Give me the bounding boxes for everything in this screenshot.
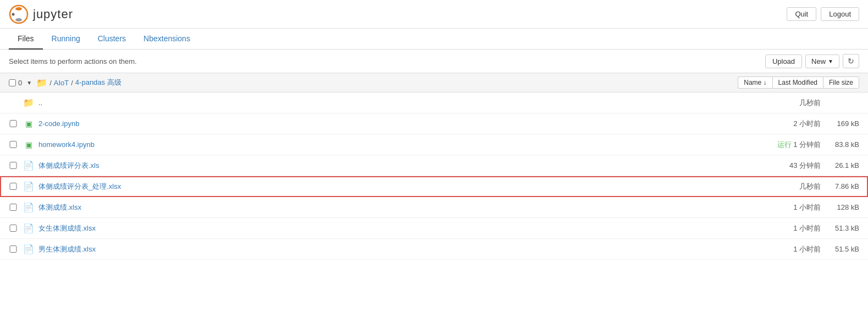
- row-checkbox[interactable]: [9, 245, 18, 253]
- new-button-label: New: [811, 57, 826, 66]
- toolbar-right: Upload New ▼ ↻: [765, 54, 859, 68]
- header-buttons: Quit Logout: [787, 7, 859, 21]
- file-size: 51.3 kB: [821, 224, 859, 232]
- toolbar: Select items to perform actions on them.…: [0, 50, 868, 73]
- breadcrumb-sep-1: /: [49, 79, 52, 87]
- file-icon: 📄: [23, 181, 34, 192]
- jupyter-logo-icon: [9, 4, 29, 24]
- file-meta: 1 小时前 128 kB: [749, 203, 859, 212]
- header-check-area: 0 ▼: [9, 79, 32, 87]
- file-size: 83.8 kB: [821, 140, 859, 149]
- file-icon: 📄: [23, 202, 34, 212]
- table-row: 📄 体侧成绩评分表_处理.xlsx 几秒前 7.86 kB: [0, 176, 868, 197]
- logout-button[interactable]: Logout: [821, 7, 859, 21]
- notebook-icon: ▣: [23, 140, 34, 149]
- file-size: 7.86 kB: [821, 182, 859, 190]
- file-name[interactable]: 女生体测成绩.xlsx: [38, 223, 749, 233]
- file-modified: 2 小时前: [760, 119, 821, 129]
- breadcrumb-sep-2: /: [71, 79, 73, 87]
- file-name[interactable]: 体侧成绩评分表_处理.xlsx: [38, 182, 749, 192]
- new-dropdown-caret: ▼: [828, 58, 833, 64]
- svg-point-3: [12, 13, 15, 15]
- sort-lastmod-button[interactable]: Last Modified: [772, 77, 823, 89]
- tabs-bar: Files Running Clusters Nbextensions: [0, 29, 868, 50]
- file-modified: 几秒前: [760, 182, 821, 192]
- folder-icon: 📁: [23, 97, 34, 108]
- file-size: 169 kB: [821, 119, 859, 128]
- svg-point-1: [15, 7, 22, 10]
- breadcrumb-folder-icon: 📁: [36, 78, 47, 88]
- file-meta: 2 小时前 169 kB: [749, 119, 859, 129]
- table-row: 📄 女生体测成绩.xlsx 1 小时前 51.3 kB: [0, 218, 868, 239]
- notebook-icon: ▣: [23, 119, 34, 128]
- select-all-checkbox[interactable]: [9, 79, 16, 86]
- file-modified: 1 小时前: [760, 203, 821, 212]
- file-modified: 运行 1 分钟前: [760, 140, 821, 150]
- logo: jupyter: [9, 4, 73, 24]
- file-modified: 几秒前: [760, 98, 821, 108]
- tab-clusters[interactable]: Clusters: [89, 29, 135, 50]
- file-meta: 运行 1 分钟前 83.8 kB: [749, 140, 859, 150]
- file-name[interactable]: 体侧成绩评分表.xls: [38, 161, 749, 171]
- breadcrumb: 📁 / AIoT / 4-pandas 高级: [36, 78, 738, 88]
- breadcrumb-current[interactable]: 4-pandas 高级: [75, 78, 121, 88]
- row-checkbox[interactable]: [9, 141, 18, 148]
- sort-name-button[interactable]: Name ↓: [738, 77, 772, 89]
- tab-running[interactable]: Running: [43, 29, 89, 50]
- quit-button[interactable]: Quit: [787, 7, 816, 21]
- table-row: 📄 体测成绩.xlsx 1 小时前 128 kB: [0, 197, 868, 218]
- file-size: 26.1 kB: [821, 161, 859, 170]
- file-list: 📁 .. 几秒前 ▣ 2-code.ipynb 2 小时前 169 kB ▣ h…: [0, 92, 868, 260]
- file-modified: 1 小时前: [760, 244, 821, 254]
- table-row: 📄 男生体测成绩.xlsx 1 小时前 51.5 kB: [0, 239, 868, 260]
- file-meta: 几秒前: [749, 98, 859, 108]
- header: jupyter Quit Logout: [0, 0, 868, 29]
- row-checkbox[interactable]: [9, 162, 18, 169]
- header-sort-area: Name ↓ Last Modified File size: [738, 77, 859, 89]
- file-modified: 43 分钟前: [760, 161, 821, 171]
- table-row: 📁 .. 几秒前: [0, 92, 868, 113]
- refresh-button[interactable]: ↻: [843, 54, 859, 68]
- row-checkbox[interactable]: [9, 120, 18, 127]
- file-size: 128 kB: [821, 203, 859, 211]
- file-name[interactable]: 2-code.ipynb: [38, 119, 749, 128]
- upload-button[interactable]: Upload: [765, 54, 802, 68]
- row-checkbox[interactable]: [9, 225, 18, 232]
- file-name[interactable]: homework4.ipynb: [38, 140, 749, 149]
- logo-text: jupyter: [33, 7, 73, 21]
- file-name[interactable]: ..: [38, 99, 749, 107]
- svg-point-2: [15, 18, 22, 21]
- file-icon: 📄: [23, 223, 34, 233]
- table-row: ▣ homework4.ipynb 运行 1 分钟前 83.8 kB: [0, 134, 868, 155]
- breadcrumb-aiot[interactable]: AIoT: [54, 79, 69, 87]
- file-size: 51.5 kB: [821, 245, 859, 253]
- file-meta: 几秒前 7.86 kB: [749, 182, 859, 192]
- running-label: 运行: [777, 140, 792, 149]
- row-checkbox[interactable]: [9, 183, 18, 190]
- select-hint: Select items to perform actions on them.: [9, 57, 137, 66]
- sort-filesize-button[interactable]: File size: [823, 77, 859, 89]
- file-icon: 📄: [23, 244, 34, 254]
- table-row: 📄 体侧成绩评分表.xls 43 分钟前 26.1 kB: [0, 155, 868, 176]
- file-modified: 1 小时前: [760, 223, 821, 233]
- file-meta: 1 小时前 51.5 kB: [749, 244, 859, 254]
- header-count: 0: [18, 79, 22, 87]
- new-button[interactable]: New ▼: [805, 54, 839, 68]
- header-dropdown-arrow[interactable]: ▼: [26, 80, 32, 86]
- file-meta: 43 分钟前 26.1 kB: [749, 161, 859, 171]
- file-name[interactable]: 体测成绩.xlsx: [38, 203, 749, 212]
- tab-files[interactable]: Files: [9, 29, 43, 50]
- file-list-header: 0 ▼ 📁 / AIoT / 4-pandas 高级 Name ↓ Last M…: [0, 73, 868, 92]
- table-row: ▣ 2-code.ipynb 2 小时前 169 kB: [0, 113, 868, 134]
- file-meta: 1 小时前 51.3 kB: [749, 223, 859, 233]
- tab-nbextensions[interactable]: Nbextensions: [135, 29, 199, 50]
- row-checkbox[interactable]: [9, 204, 18, 211]
- file-icon: 📄: [23, 160, 34, 171]
- file-name[interactable]: 男生体测成绩.xlsx: [38, 244, 749, 254]
